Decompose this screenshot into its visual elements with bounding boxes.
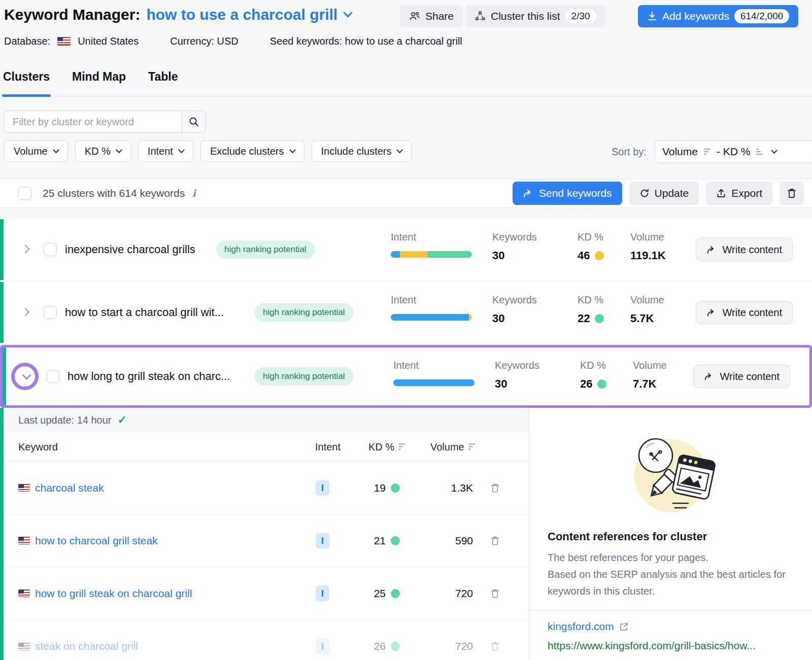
share-button[interactable]: Share bbox=[400, 5, 463, 27]
intent-bar bbox=[393, 379, 475, 386]
write-content-button[interactable]: Write content bbox=[693, 365, 790, 388]
sort-by-select[interactable]: Volume - KD % bbox=[655, 141, 812, 163]
intent-label: Intent bbox=[391, 294, 473, 306]
cluster-name[interactable]: how long to grill steak on charc... bbox=[67, 370, 230, 383]
delete-keyword-button[interactable] bbox=[490, 588, 500, 599]
divider bbox=[529, 610, 812, 610]
intent-label: Intent bbox=[393, 360, 476, 371]
update-button[interactable]: Update bbox=[629, 182, 699, 205]
tab-mind-map[interactable]: Mind Map bbox=[72, 70, 126, 96]
high-ranking-badge: high ranking potential bbox=[255, 367, 353, 386]
us-flag-icon bbox=[18, 589, 30, 597]
add-keywords-button[interactable]: Add keywords 614/2,000 bbox=[638, 5, 798, 27]
volume-column: Volume 5.7K bbox=[630, 294, 664, 325]
sort-icon bbox=[398, 443, 405, 450]
reference-url-link[interactable]: https://www.kingsford.com/grill-basics/h… bbox=[548, 640, 792, 652]
download-icon bbox=[647, 11, 657, 21]
refresh-icon bbox=[639, 188, 650, 198]
kd-header-label: KD % bbox=[368, 441, 394, 453]
keyword-list-name[interactable]: how to use a charcoal grill bbox=[146, 6, 337, 23]
kd-value: 19 bbox=[374, 482, 386, 494]
keyword-count-badge: 614/2,000 bbox=[734, 9, 790, 23]
sort-icon bbox=[468, 443, 475, 450]
cluster-icon bbox=[475, 11, 486, 22]
list-meta: Database: United States Currency: USD Se… bbox=[4, 36, 462, 47]
clusters-toolbar: 25 clusters with 614 keywords i Send key… bbox=[0, 179, 812, 208]
search-button[interactable] bbox=[182, 111, 206, 133]
add-keywords-label: Add keywords bbox=[662, 10, 729, 22]
cluster-row-how-to-start-a-charcoal-grill[interactable]: how to start a charcoal grill wit... hig… bbox=[0, 282, 812, 343]
filter-include-clusters[interactable]: Include clusters bbox=[312, 141, 412, 162]
search-input[interactable] bbox=[4, 111, 182, 133]
volume-label: Volume bbox=[633, 360, 667, 371]
high-ranking-badge: high ranking potential bbox=[216, 240, 315, 259]
write-content-button[interactable]: Write content bbox=[696, 238, 793, 261]
keyword-link[interactable]: how to charcoal grill steak bbox=[18, 535, 158, 547]
filter-exclude-clusters[interactable]: Exclude clusters bbox=[200, 141, 304, 162]
keywords-column: Keywords 30 bbox=[492, 231, 537, 262]
keyword-row: how to grill steak on charcoal grill I 2… bbox=[0, 567, 529, 620]
volume-value: 119.1K bbox=[630, 249, 666, 262]
tab-clusters[interactable]: Clusters bbox=[3, 70, 50, 96]
cluster-checkbox[interactable] bbox=[44, 243, 57, 256]
expand-chevron-icon[interactable] bbox=[21, 308, 30, 317]
write-content-button[interactable]: Write content bbox=[696, 301, 793, 324]
send-arrow-icon bbox=[704, 372, 714, 381]
cluster-name[interactable]: how to start a charcoal grill wit... bbox=[65, 306, 224, 319]
toolbar-actions: Send keywords Update Export bbox=[513, 182, 804, 205]
export-button[interactable]: Export bbox=[706, 182, 772, 205]
chevron-down-icon bbox=[397, 147, 403, 153]
column-header-intent[interactable]: Intent bbox=[315, 441, 341, 453]
kd-dot bbox=[391, 536, 400, 545]
keyword-link[interactable]: how to grill steak on charcoal grill bbox=[18, 587, 192, 600]
cluster-checkbox[interactable] bbox=[46, 370, 59, 383]
kd-column: KD % 26 bbox=[580, 360, 606, 391]
send-arrow-icon bbox=[706, 308, 717, 317]
filter-volume[interactable]: Volume bbox=[4, 141, 68, 162]
keywords-label: Keywords bbox=[492, 294, 537, 306]
keyword-link[interactable]: steak on charcoal grill bbox=[18, 640, 138, 652]
keywords-value: 30 bbox=[495, 377, 539, 391]
select-all-checkbox[interactable] bbox=[18, 187, 31, 200]
reference-domain-link[interactable]: kingsford.com bbox=[548, 620, 792, 633]
us-flag-icon bbox=[18, 643, 30, 650]
info-icon[interactable]: i bbox=[192, 187, 196, 199]
keywords-column: Keywords 30 bbox=[492, 294, 537, 325]
chevron-down-icon bbox=[116, 147, 122, 153]
intent-column: Intent bbox=[393, 360, 476, 386]
currency-value: Currency: USD bbox=[170, 36, 238, 47]
kd-label: KD % bbox=[578, 231, 604, 243]
tab-table[interactable]: Table bbox=[148, 70, 178, 96]
intent-badge: I bbox=[316, 639, 329, 654]
cluster-keywords-table: Last update: 14 hour ✓ Keyword Intent KD… bbox=[0, 408, 529, 660]
kd-value: 26 bbox=[580, 377, 592, 391]
filter-search bbox=[4, 111, 206, 133]
send-keywords-button[interactable]: Send keywords bbox=[513, 182, 622, 205]
delete-keyword-button[interactable] bbox=[490, 535, 500, 546]
expand-chevron-icon[interactable] bbox=[21, 245, 30, 254]
cluster-row-inexpensive-charcoal-grills[interactable]: inexpensive charcoal grills high ranking… bbox=[0, 219, 812, 280]
column-header-keyword[interactable]: Keyword bbox=[18, 441, 58, 453]
intent-bar bbox=[391, 251, 472, 258]
filter-chips: Volume KD % Intent Exclude clusters Incl… bbox=[4, 141, 412, 162]
cluster-name[interactable]: inexpensive charcoal grills bbox=[65, 243, 195, 256]
filter-kd[interactable]: KD % bbox=[75, 141, 131, 162]
keyword-text: how to grill steak on charcoal grill bbox=[35, 587, 192, 600]
cluster-this-list-button[interactable]: Cluster this list 2/30 bbox=[465, 5, 605, 27]
delete-list-button[interactable] bbox=[780, 182, 804, 205]
update-label: Update bbox=[655, 187, 689, 199]
column-header-volume[interactable]: Volume bbox=[430, 441, 475, 453]
keyword-link[interactable]: charcoal steak bbox=[18, 482, 104, 494]
cluster-checkbox[interactable] bbox=[44, 306, 57, 319]
delete-keyword-button[interactable] bbox=[490, 641, 500, 652]
column-header-kd[interactable]: KD % bbox=[368, 441, 405, 453]
trash-icon bbox=[490, 482, 500, 493]
references-title: Content references for cluster bbox=[548, 530, 792, 543]
intent-badge: I bbox=[316, 533, 329, 548]
cluster-row-how-long-to-grill-steak-selected[interactable]: how long to grill steak on charc... high… bbox=[0, 345, 812, 408]
filter-intent[interactable]: Intent bbox=[138, 141, 193, 162]
list-switcher-chevron-icon[interactable] bbox=[343, 8, 352, 17]
trash-icon bbox=[490, 641, 500, 652]
delete-keyword-button[interactable] bbox=[490, 482, 500, 493]
intent-bar bbox=[391, 314, 472, 321]
